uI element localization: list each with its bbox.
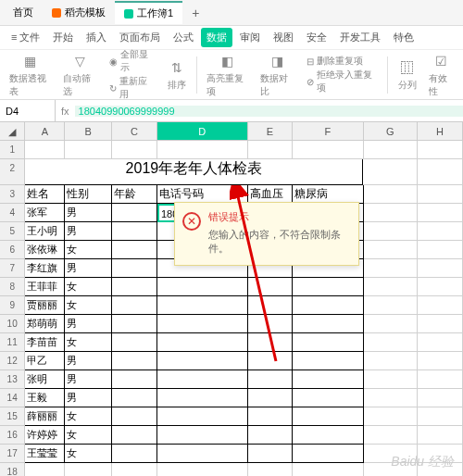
cell[interactable] xyxy=(364,141,419,159)
cell[interactable] xyxy=(418,370,463,389)
cell[interactable] xyxy=(157,463,248,476)
row-header[interactable]: 3 xyxy=(0,185,25,204)
tab-workbook[interactable]: 工作簿1 xyxy=(115,1,182,24)
row-header[interactable]: 5 xyxy=(0,222,25,241)
row-header[interactable]: 10 xyxy=(0,315,25,333)
cell[interactable] xyxy=(364,352,419,370)
cell[interactable] xyxy=(293,445,363,463)
row-header[interactable]: 1 xyxy=(0,141,25,159)
cell[interactable]: 男 xyxy=(65,222,112,241)
cell[interactable] xyxy=(293,426,363,445)
tool-validate[interactable]: ☑有效性 xyxy=(425,51,457,98)
cell[interactable] xyxy=(25,463,65,476)
cell[interactable] xyxy=(293,315,363,333)
cell[interactable] xyxy=(418,333,463,352)
col-f[interactable]: F xyxy=(293,122,363,140)
cell[interactable] xyxy=(112,370,157,389)
col-b[interactable]: B xyxy=(65,122,112,140)
cell[interactable] xyxy=(418,352,463,370)
cell[interactable] xyxy=(65,141,112,159)
row-header[interactable]: 16 xyxy=(0,426,25,445)
add-tab-button[interactable]: + xyxy=(182,6,208,20)
cell[interactable] xyxy=(112,141,157,159)
cell[interactable] xyxy=(293,389,363,407)
row-header[interactable]: 17 xyxy=(0,445,25,463)
menu-insert[interactable]: 插入 xyxy=(81,28,112,47)
cell[interactable] xyxy=(112,259,157,278)
cell[interactable]: 女 xyxy=(65,278,112,296)
cell[interactable] xyxy=(112,389,157,407)
cell[interactable] xyxy=(112,296,157,315)
cell[interactable]: 甲乙 xyxy=(25,352,65,370)
cell[interactable]: 薛丽丽 xyxy=(25,407,65,426)
col-a[interactable]: A xyxy=(25,122,65,140)
cell[interactable] xyxy=(248,296,294,315)
cell[interactable]: 女 xyxy=(65,241,112,259)
title-cell[interactable]: 2019年老年人体检表 xyxy=(25,159,363,185)
cell[interactable]: 糖尿病 xyxy=(293,185,363,204)
cell[interactable] xyxy=(418,185,463,204)
menu-review[interactable]: 审阅 xyxy=(234,28,266,47)
cell[interactable] xyxy=(157,141,248,159)
cell[interactable]: 性别 xyxy=(65,185,112,204)
cell[interactable] xyxy=(248,333,294,352)
fx-icon[interactable]: fx xyxy=(56,106,75,117)
cell[interactable]: 王毅 xyxy=(25,389,65,407)
tool-pivot[interactable]: ▦数据透视表 xyxy=(6,51,56,98)
cell[interactable] xyxy=(364,407,419,426)
cell[interactable] xyxy=(248,389,294,407)
cell[interactable] xyxy=(248,407,294,426)
tool-highlight[interactable]: ◧高亮重复项 xyxy=(203,51,253,98)
cell[interactable]: 李红旗 xyxy=(25,259,65,278)
cell[interactable]: 王莹莹 xyxy=(25,445,65,463)
cell[interactable]: 女 xyxy=(65,445,112,463)
cell[interactable]: 女 xyxy=(65,333,112,352)
cell[interactable]: 许婷婷 xyxy=(25,426,65,445)
cell[interactable] xyxy=(293,296,363,315)
menu-layout[interactable]: 页面布局 xyxy=(114,28,166,47)
cell[interactable] xyxy=(418,407,463,426)
cell[interactable]: 年龄 xyxy=(112,185,157,204)
cell[interactable]: 高血压 xyxy=(248,185,294,204)
cell[interactable] xyxy=(293,370,363,389)
tool-sort[interactable]: ⇅排序 xyxy=(163,57,191,92)
cell[interactable] xyxy=(248,315,294,333)
cell[interactable] xyxy=(248,141,294,159)
menu-security[interactable]: 安全 xyxy=(301,28,332,47)
cell[interactable] xyxy=(157,278,248,296)
cell[interactable] xyxy=(418,159,463,185)
cell[interactable] xyxy=(112,407,157,426)
row-header[interactable]: 4 xyxy=(0,204,25,222)
cell[interactable]: 姓名 xyxy=(25,185,65,204)
cell[interactable] xyxy=(112,445,157,463)
cell[interactable] xyxy=(157,407,248,426)
col-d[interactable]: D xyxy=(157,122,248,140)
cell[interactable]: 郑萌萌 xyxy=(25,315,65,333)
cell[interactable] xyxy=(157,352,248,370)
cell[interactable]: 张依琳 xyxy=(25,241,65,259)
row-header[interactable]: 14 xyxy=(0,389,25,407)
corner-cell[interactable]: ◢ xyxy=(0,122,25,140)
cell[interactable] xyxy=(364,278,419,296)
tool-filter-ops[interactable]: ◉全部显示 ↻重新应用 xyxy=(104,48,159,101)
row-header[interactable]: 9 xyxy=(0,296,25,315)
cell[interactable]: 女 xyxy=(65,426,112,445)
menu-feature[interactable]: 特色 xyxy=(388,28,419,47)
cell[interactable]: 男 xyxy=(65,389,112,407)
tool-split[interactable]: ⿲分列 xyxy=(394,57,421,92)
cell[interactable] xyxy=(418,222,463,241)
cell[interactable]: 张军 xyxy=(25,204,65,222)
menu-view[interactable]: 视图 xyxy=(268,28,299,47)
cell[interactable] xyxy=(363,159,418,185)
cell[interactable] xyxy=(418,278,463,296)
menu-dev[interactable]: 开发工具 xyxy=(334,28,386,47)
menu-formula[interactable]: 公式 xyxy=(168,28,199,47)
cell[interactable] xyxy=(112,278,157,296)
tool-dup-ops[interactable]: ⊟删除重复项 ⊘拒绝录入重复项 xyxy=(301,55,381,94)
cell[interactable]: 张明 xyxy=(25,370,65,389)
cell[interactable]: 贾丽丽 xyxy=(25,296,65,315)
cell[interactable] xyxy=(112,241,157,259)
cell[interactable] xyxy=(112,426,157,445)
cell[interactable]: 男 xyxy=(65,259,112,278)
cell[interactable]: 男 xyxy=(65,204,112,222)
